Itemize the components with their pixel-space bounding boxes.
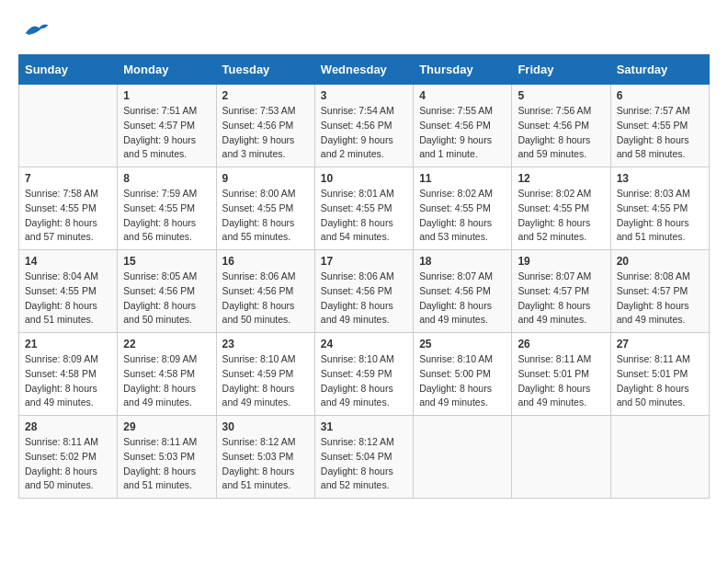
day-info: Sunrise: 7:59 AM Sunset: 4:55 PM Dayligh… bbox=[123, 187, 210, 245]
day-number: 9 bbox=[222, 172, 309, 185]
page-header bbox=[18, 18, 710, 45]
calendar-cell: 17Sunrise: 8:06 AM Sunset: 4:56 PM Dayli… bbox=[314, 250, 413, 333]
calendar-cell: 10Sunrise: 8:01 AM Sunset: 4:55 PM Dayli… bbox=[314, 167, 413, 250]
day-info: Sunrise: 8:11 AM Sunset: 5:02 PM Dayligh… bbox=[25, 435, 111, 493]
day-info: Sunrise: 8:11 AM Sunset: 5:01 PM Dayligh… bbox=[617, 352, 703, 410]
day-number: 11 bbox=[419, 172, 506, 185]
calendar-cell: 20Sunrise: 8:08 AM Sunset: 4:57 PM Dayli… bbox=[610, 250, 709, 333]
day-number: 19 bbox=[518, 255, 604, 268]
weekday-header-tuesday: Tuesday bbox=[216, 55, 314, 85]
day-info: Sunrise: 7:58 AM Sunset: 4:55 PM Dayligh… bbox=[25, 187, 111, 245]
calendar-cell: 19Sunrise: 8:07 AM Sunset: 4:57 PM Dayli… bbox=[512, 250, 610, 333]
weekday-header-saturday: Saturday bbox=[610, 55, 709, 85]
weekday-header-thursday: Thursday bbox=[414, 55, 512, 85]
day-info: Sunrise: 8:02 AM Sunset: 4:55 PM Dayligh… bbox=[419, 187, 506, 245]
day-info: Sunrise: 7:51 AM Sunset: 4:57 PM Dayligh… bbox=[123, 104, 210, 162]
day-number: 12 bbox=[518, 172, 604, 185]
day-info: Sunrise: 8:04 AM Sunset: 4:55 PM Dayligh… bbox=[25, 270, 111, 327]
calendar-cell: 27Sunrise: 8:11 AM Sunset: 5:01 PM Dayli… bbox=[610, 333, 709, 416]
day-info: Sunrise: 8:07 AM Sunset: 4:56 PM Dayligh… bbox=[419, 270, 506, 327]
day-number: 5 bbox=[518, 89, 604, 102]
day-number: 7 bbox=[25, 172, 111, 185]
calendar-cell: 23Sunrise: 8:10 AM Sunset: 4:59 PM Dayli… bbox=[216, 333, 314, 416]
day-number: 31 bbox=[321, 420, 407, 433]
calendar-cell: 5Sunrise: 7:56 AM Sunset: 4:56 PM Daylig… bbox=[512, 85, 610, 167]
calendar-cell: 2Sunrise: 7:53 AM Sunset: 4:56 PM Daylig… bbox=[216, 85, 314, 167]
calendar-cell: 6Sunrise: 7:57 AM Sunset: 4:55 PM Daylig… bbox=[610, 85, 709, 167]
day-info: Sunrise: 8:03 AM Sunset: 4:55 PM Dayligh… bbox=[617, 187, 703, 245]
day-number: 16 bbox=[222, 255, 309, 268]
week-row-3: 14Sunrise: 8:04 AM Sunset: 4:55 PM Dayli… bbox=[19, 250, 710, 333]
day-info: Sunrise: 8:11 AM Sunset: 5:03 PM Dayligh… bbox=[123, 435, 210, 493]
calendar-cell: 3Sunrise: 7:54 AM Sunset: 4:56 PM Daylig… bbox=[314, 85, 413, 167]
calendar-cell: 28Sunrise: 8:11 AM Sunset: 5:02 PM Dayli… bbox=[19, 416, 118, 499]
weekday-header-friday: Friday bbox=[512, 55, 610, 85]
day-number: 20 bbox=[617, 255, 703, 268]
day-number: 15 bbox=[123, 255, 210, 268]
calendar-cell: 22Sunrise: 8:09 AM Sunset: 4:58 PM Dayli… bbox=[118, 333, 216, 416]
day-info: Sunrise: 8:10 AM Sunset: 4:59 PM Dayligh… bbox=[321, 352, 407, 410]
day-number: 23 bbox=[222, 338, 309, 350]
day-number: 4 bbox=[419, 89, 506, 102]
calendar-cell: 29Sunrise: 8:11 AM Sunset: 5:03 PM Dayli… bbox=[118, 416, 216, 499]
calendar-cell: 8Sunrise: 7:59 AM Sunset: 4:55 PM Daylig… bbox=[118, 167, 216, 250]
calendar-cell: 16Sunrise: 8:06 AM Sunset: 4:56 PM Dayli… bbox=[216, 250, 314, 333]
calendar-cell: 9Sunrise: 8:00 AM Sunset: 4:55 PM Daylig… bbox=[216, 167, 314, 250]
calendar-cell bbox=[414, 416, 512, 499]
day-number: 6 bbox=[617, 89, 703, 102]
day-number: 8 bbox=[123, 172, 210, 185]
day-info: Sunrise: 7:54 AM Sunset: 4:56 PM Dayligh… bbox=[321, 104, 407, 162]
calendar-header: SundayMondayTuesdayWednesdayThursdayFrid… bbox=[19, 55, 710, 85]
day-info: Sunrise: 8:07 AM Sunset: 4:57 PM Dayligh… bbox=[518, 270, 604, 327]
calendar-table: SundayMondayTuesdayWednesdayThursdayFrid… bbox=[18, 54, 710, 499]
day-info: Sunrise: 8:12 AM Sunset: 5:03 PM Dayligh… bbox=[222, 435, 309, 493]
day-info: Sunrise: 8:09 AM Sunset: 4:58 PM Dayligh… bbox=[123, 352, 210, 410]
calendar-cell: 13Sunrise: 8:03 AM Sunset: 4:55 PM Dayli… bbox=[610, 167, 709, 250]
logo-bird-icon bbox=[22, 18, 50, 41]
day-number: 27 bbox=[617, 338, 703, 350]
week-row-2: 7Sunrise: 7:58 AM Sunset: 4:55 PM Daylig… bbox=[19, 167, 710, 250]
calendar-cell: 12Sunrise: 8:02 AM Sunset: 4:55 PM Dayli… bbox=[512, 167, 610, 250]
day-info: Sunrise: 8:00 AM Sunset: 4:55 PM Dayligh… bbox=[222, 187, 309, 245]
day-number: 26 bbox=[518, 338, 604, 350]
day-number: 28 bbox=[25, 420, 111, 433]
day-number: 21 bbox=[25, 338, 111, 350]
calendar-cell: 14Sunrise: 8:04 AM Sunset: 4:55 PM Dayli… bbox=[19, 250, 118, 333]
day-info: Sunrise: 8:02 AM Sunset: 4:55 PM Dayligh… bbox=[518, 187, 604, 245]
day-number: 25 bbox=[419, 338, 506, 350]
calendar-cell: 25Sunrise: 8:10 AM Sunset: 5:00 PM Dayli… bbox=[414, 333, 512, 416]
day-number: 2 bbox=[222, 89, 309, 102]
calendar-body: 1Sunrise: 7:51 AM Sunset: 4:57 PM Daylig… bbox=[19, 85, 710, 499]
day-number: 22 bbox=[123, 338, 210, 350]
day-number: 29 bbox=[123, 420, 210, 433]
calendar-cell bbox=[610, 416, 709, 499]
day-info: Sunrise: 8:09 AM Sunset: 4:58 PM Dayligh… bbox=[25, 352, 111, 410]
weekday-header-wednesday: Wednesday bbox=[314, 55, 413, 85]
calendar-cell: 30Sunrise: 8:12 AM Sunset: 5:03 PM Dayli… bbox=[216, 416, 314, 499]
day-number: 18 bbox=[419, 255, 506, 268]
day-info: Sunrise: 7:56 AM Sunset: 4:56 PM Dayligh… bbox=[518, 104, 604, 162]
calendar-cell: 24Sunrise: 8:10 AM Sunset: 4:59 PM Dayli… bbox=[314, 333, 413, 416]
day-info: Sunrise: 8:11 AM Sunset: 5:01 PM Dayligh… bbox=[518, 352, 604, 410]
calendar-cell: 7Sunrise: 7:58 AM Sunset: 4:55 PM Daylig… bbox=[19, 167, 118, 250]
day-number: 10 bbox=[321, 172, 407, 185]
day-number: 3 bbox=[321, 89, 407, 102]
day-info: Sunrise: 8:05 AM Sunset: 4:56 PM Dayligh… bbox=[123, 270, 210, 327]
calendar-cell bbox=[512, 416, 610, 499]
day-number: 14 bbox=[25, 255, 111, 268]
day-number: 24 bbox=[321, 338, 407, 350]
day-info: Sunrise: 7:55 AM Sunset: 4:56 PM Dayligh… bbox=[419, 104, 506, 162]
day-number: 13 bbox=[617, 172, 703, 185]
week-row-5: 28Sunrise: 8:11 AM Sunset: 5:02 PM Dayli… bbox=[19, 416, 710, 499]
day-number: 1 bbox=[123, 89, 210, 102]
weekday-header-row: SundayMondayTuesdayWednesdayThursdayFrid… bbox=[19, 55, 710, 85]
logo bbox=[18, 18, 50, 45]
day-info: Sunrise: 8:10 AM Sunset: 5:00 PM Dayligh… bbox=[419, 352, 506, 410]
day-info: Sunrise: 7:53 AM Sunset: 4:56 PM Dayligh… bbox=[222, 104, 309, 162]
day-info: Sunrise: 8:06 AM Sunset: 4:56 PM Dayligh… bbox=[222, 270, 309, 327]
calendar-cell: 21Sunrise: 8:09 AM Sunset: 4:58 PM Dayli… bbox=[19, 333, 118, 416]
day-info: Sunrise: 8:08 AM Sunset: 4:57 PM Dayligh… bbox=[617, 270, 703, 327]
calendar-cell bbox=[19, 85, 118, 167]
day-info: Sunrise: 8:06 AM Sunset: 4:56 PM Dayligh… bbox=[321, 270, 407, 327]
week-row-1: 1Sunrise: 7:51 AM Sunset: 4:57 PM Daylig… bbox=[19, 85, 710, 167]
